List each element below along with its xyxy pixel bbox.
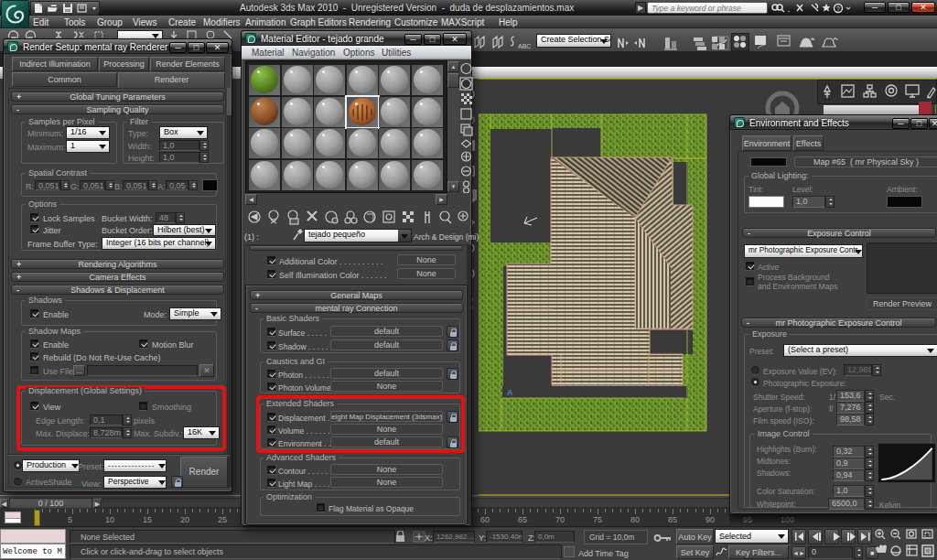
svg-text:?: ? (836, 5, 840, 12)
svg-text:A: A (507, 388, 513, 397)
svg-text:ABC: ABC (518, 43, 531, 49)
